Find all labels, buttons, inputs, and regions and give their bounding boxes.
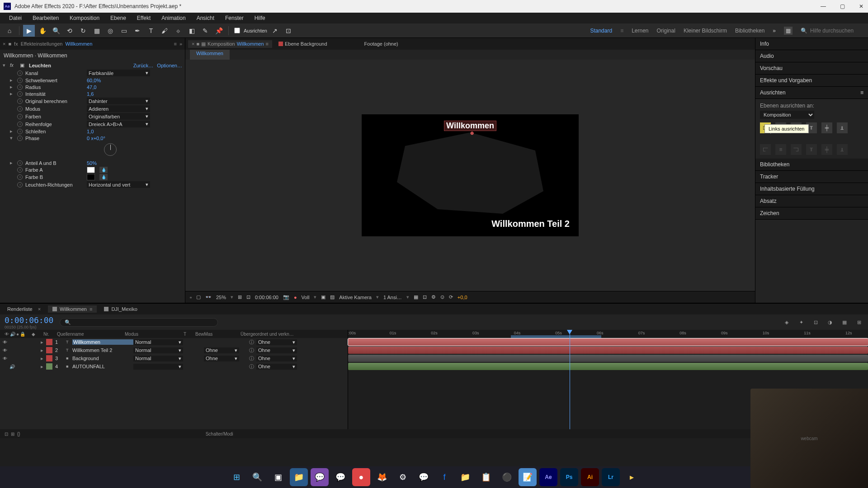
time-ruler[interactable]: :00s01s02s03s04s05s06s07s08s09s10s11s12s [348, 330, 868, 338]
menu-file[interactable]: Datei [4, 15, 27, 21]
col-speaker-icon[interactable]: 🔊 [10, 332, 15, 337]
composition-viewer[interactable]: Willkommen⊕ Willkommen Teil 2 [185, 60, 755, 291]
track-matte-dropdown[interactable]: Ohne▾ [204, 356, 239, 361]
panel-menu-icon[interactable]: ■ [8, 41, 11, 47]
tl-mb-icon[interactable]: ◑ [826, 318, 835, 327]
text-layer-1[interactable]: Willkommen⊕ [444, 121, 496, 131]
layer-name[interactable]: Background [72, 356, 133, 361]
twirl-icon[interactable]: ▸ [10, 84, 14, 90]
camera-dropdown[interactable]: Aktive Kamera [339, 295, 372, 300]
taskbar-messenger[interactable]: 💬 [415, 468, 433, 486]
panel-content-aware[interactable]: Inhaltsbasierte Füllung [755, 183, 868, 195]
farben-dropdown[interactable]: Originalfarben▾ [87, 113, 150, 120]
col-eye-icon[interactable]: 👁 [5, 332, 9, 337]
panel-tracker[interactable]: Tracker [755, 171, 868, 183]
layer-row[interactable]: 👁 ▸ 3 ■ Background Normal▾ Ohne▾ ⓘ Ohne▾ [0, 354, 348, 362]
twirl-icon[interactable]: ▸ [10, 91, 14, 97]
taskbar-obs[interactable]: ⚫ [498, 468, 516, 486]
tl-3d-icon[interactable]: ⊞ [854, 318, 863, 327]
stopwatch-icon[interactable] [17, 106, 23, 112]
blend-mode-dropdown[interactable]: ▾ [133, 364, 183, 370]
roto-tool[interactable]: ✎ [199, 25, 211, 37]
workspace-overflow-icon[interactable]: » [773, 28, 776, 34]
playhead[interactable] [570, 330, 570, 429]
menu-layer[interactable]: Ebene [105, 15, 132, 21]
parent-pickwhip-icon[interactable]: ⓘ [249, 363, 256, 370]
parent-pickwhip-icon[interactable]: ⓘ [249, 355, 256, 362]
parent-pickwhip-icon[interactable]: ⓘ [249, 347, 256, 354]
comp-tab-footage[interactable]: Footage (ohne) [361, 40, 402, 47]
panel-paragraph[interactable]: Absatz [755, 195, 868, 207]
parent-dropdown[interactable]: Ohne▾ [256, 339, 297, 345]
layer-twirl-icon[interactable]: ▸ [41, 339, 46, 345]
stopwatch-icon[interactable] [17, 122, 23, 127]
tab-comp-active[interactable]: Willkommen≡ [48, 305, 97, 313]
parent-pickwhip-icon[interactable]: ⓘ [249, 339, 256, 346]
menu-effect[interactable]: Effekt [132, 15, 156, 21]
layer-label-color[interactable] [46, 355, 52, 361]
twirl-icon[interactable]: ▸ [10, 128, 14, 134]
stopwatch-icon[interactable] [17, 70, 23, 76]
snap-expand-icon[interactable]: ⊡ [283, 25, 294, 37]
taskbar-app3[interactable]: ⚙ [394, 468, 412, 486]
col-mode[interactable]: Modus [122, 332, 181, 337]
exposure-value[interactable]: +0,0 [458, 295, 467, 300]
rotate-tool[interactable]: ↻ [77, 25, 89, 37]
panel-effects[interactable]: Effekte und Vorgaben [755, 75, 868, 87]
menu-composition[interactable]: Komposition [64, 15, 105, 21]
menu-view[interactable]: Ansicht [191, 15, 220, 21]
eyedropper-icon[interactable]: 💧 [99, 167, 108, 173]
eraser-tool[interactable]: ◧ [186, 25, 198, 37]
original-dropdown[interactable]: Dahinter▾ [87, 98, 150, 104]
orbit-tool[interactable]: ⟲ [64, 25, 75, 37]
visibility-toggle[interactable]: 👁 [2, 355, 8, 361]
lock-toggle[interactable] [24, 347, 30, 353]
taskbar-aftereffects[interactable]: Ae [539, 468, 557, 486]
zoom-dropdown[interactable]: 25% [216, 295, 226, 300]
col-parent[interactable]: Übergeordnet und verkn… [238, 332, 301, 337]
taskbar-app6[interactable]: ▸ [623, 468, 641, 486]
audio-toggle[interactable] [9, 355, 15, 361]
effect-header[interactable]: ▾ fx ▣ Leuchten Zurück… Optionen… [0, 61, 185, 69]
layer-bar-1[interactable] [348, 338, 868, 346]
align-v-center-icon[interactable]: ╪ [821, 122, 832, 133]
workspace-libraries[interactable]: Bibliotheken [735, 28, 764, 34]
schleifen-value[interactable]: 1,0 [87, 129, 94, 134]
close-button[interactable]: ✕ [858, 3, 864, 9]
visibility-toggle[interactable] [2, 363, 8, 370]
vf-transparent-icon[interactable]: ▨ [330, 294, 335, 300]
close-tab-icon[interactable]: × [3, 41, 5, 47]
camera-tool[interactable]: ▦ [91, 25, 103, 37]
vf-glasses-icon[interactable]: 👓 [205, 294, 212, 300]
visibility-toggle[interactable]: 👁 [2, 347, 8, 353]
taskbar-lightroom[interactable]: Lr [602, 468, 620, 486]
menu-animation[interactable]: Animation [156, 15, 191, 21]
modus-dropdown[interactable]: Addieren▾ [87, 105, 150, 112]
visibility-toggle[interactable]: 👁 [2, 339, 8, 345]
panel-libraries[interactable]: Bibliotheken [755, 159, 868, 171]
vf-alpha-icon[interactable]: ▫ [190, 295, 192, 300]
col-name[interactable]: Quellenname [54, 332, 122, 337]
parent-dropdown[interactable]: Ohne▾ [256, 364, 297, 370]
taskbar-app5[interactable]: 📝 [519, 468, 537, 486]
eyedropper-icon[interactable]: 💧 [99, 174, 108, 180]
farbeB-swatch[interactable] [87, 174, 95, 180]
audio-toggle[interactable]: 🔊 [9, 363, 15, 370]
stopwatch-icon[interactable] [17, 99, 23, 104]
intensitaet-value[interactable]: 1,6 [87, 91, 94, 97]
stopwatch-icon[interactable] [17, 136, 23, 141]
audio-toggle[interactable] [9, 339, 15, 345]
lock-toggle[interactable] [24, 355, 30, 361]
panel-character[interactable]: Zeichen [755, 207, 868, 220]
workspace-grid-icon[interactable]: ▦ [784, 27, 793, 35]
parent-dropdown[interactable]: Ohne▾ [256, 356, 297, 361]
tl-footer-icon1[interactable]: ⊡ [5, 432, 8, 436]
phase-dial[interactable] [104, 143, 117, 156]
layer-row[interactable]: 🔊 ▸ 4 ■ AUTOUNFALL ▾ ⓘ Ohne▾ [0, 362, 348, 371]
shape-tool[interactable]: ▭ [118, 25, 130, 37]
panel-info[interactable]: Info [755, 38, 868, 50]
panel-align[interactable]: Ausrichten≡ [755, 87, 868, 99]
lock-toggle[interactable] [24, 339, 30, 345]
layer-name[interactable]: AUTOUNFALL [72, 364, 133, 369]
pen-tool[interactable]: ✒ [132, 25, 143, 37]
